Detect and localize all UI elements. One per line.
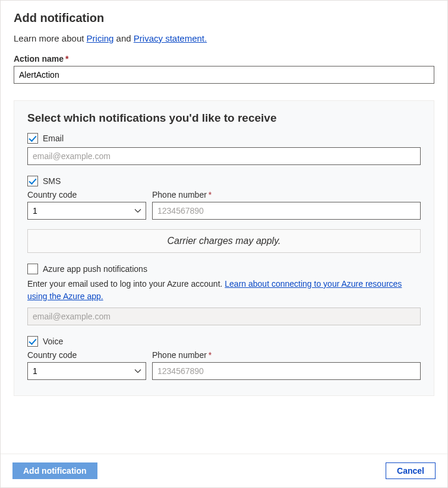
required-asterisk: * bbox=[209, 350, 212, 360]
sms-country-code-label: Country code bbox=[27, 190, 146, 199]
required-asterisk: * bbox=[209, 190, 212, 199]
privacy-link[interactable]: Privacy statement. bbox=[134, 33, 207, 43]
voice-country-code-label: Country code bbox=[27, 350, 146, 360]
azure-push-email-input bbox=[27, 308, 421, 325]
sms-group: SMS Country code 1 Phon bbox=[27, 176, 421, 253]
action-name-label-text: Action name bbox=[14, 54, 64, 64]
azure-push-helper-prefix: Enter your email used to log into your A… bbox=[27, 279, 225, 289]
voice-group: Voice Country code 1 Ph bbox=[27, 336, 421, 380]
action-name-input[interactable] bbox=[14, 66, 434, 84]
sms-phone-label: Phone number* bbox=[152, 190, 421, 199]
email-group: Email bbox=[27, 133, 421, 165]
azure-push-checkbox[interactable] bbox=[27, 264, 38, 274]
sms-phone-label-text: Phone number bbox=[152, 190, 207, 199]
email-checkbox-label: Email bbox=[43, 134, 64, 143]
section-title: Select which notifications you'd like to… bbox=[27, 112, 421, 125]
email-checkbox[interactable] bbox=[27, 133, 38, 144]
sms-phone-input[interactable] bbox=[152, 202, 421, 220]
sms-checkbox-label: SMS bbox=[43, 176, 61, 186]
action-name-label: Action name* bbox=[14, 54, 434, 64]
pricing-link[interactable]: Pricing bbox=[87, 33, 114, 43]
email-input[interactable] bbox=[27, 147, 421, 165]
voice-country-code-select[interactable]: 1 bbox=[27, 362, 146, 380]
learn-more-row: Learn more about Pricing and Privacy sta… bbox=[14, 33, 434, 43]
azure-push-helper: Enter your email used to log into your A… bbox=[27, 278, 421, 303]
learn-prefix: Learn more about bbox=[14, 33, 87, 43]
voice-phone-input[interactable] bbox=[152, 362, 421, 380]
add-notification-button[interactable]: Add notification bbox=[12, 462, 97, 479]
page-title: Add notification bbox=[14, 11, 434, 25]
notifications-panel: Select which notifications you'd like to… bbox=[14, 100, 434, 396]
voice-phone-label: Phone number* bbox=[152, 350, 421, 360]
voice-checkbox-label: Voice bbox=[43, 337, 63, 346]
learn-and: and bbox=[116, 33, 134, 43]
voice-phone-label-text: Phone number bbox=[152, 350, 207, 360]
azure-push-checkbox-label: Azure app push notifications bbox=[43, 264, 147, 274]
required-asterisk: * bbox=[65, 54, 68, 64]
voice-checkbox[interactable] bbox=[27, 336, 38, 347]
azure-push-group: Azure app push notifications Enter your … bbox=[27, 264, 421, 325]
sms-country-code-select[interactable]: 1 bbox=[27, 202, 146, 220]
footer: Add notification Cancel bbox=[1, 454, 447, 487]
sms-checkbox[interactable] bbox=[27, 176, 38, 186]
carrier-notice: Carrier charges may apply. bbox=[27, 229, 421, 253]
cancel-button[interactable]: Cancel bbox=[386, 462, 436, 479]
